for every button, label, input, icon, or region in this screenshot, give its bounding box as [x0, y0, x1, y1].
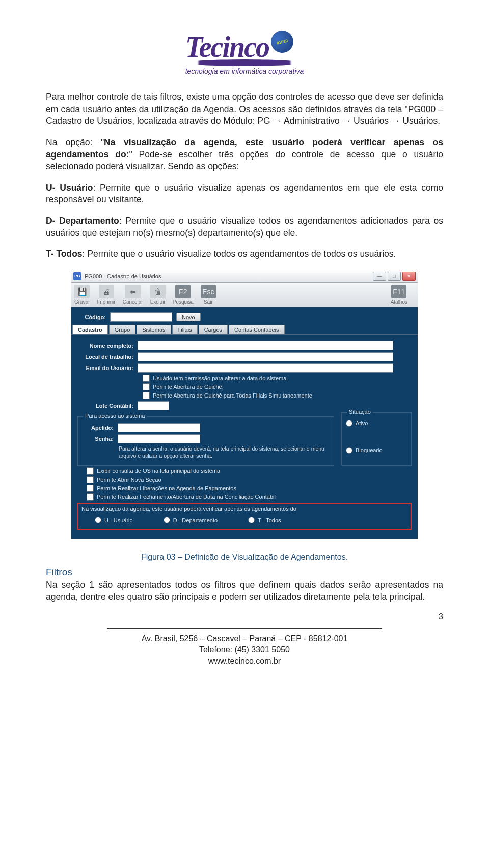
paragraph-option: Na opção: "Na visualização da agenda, es…: [46, 137, 443, 173]
radio-label: D - Departamento: [173, 517, 218, 523]
agenda-visualization-group: Na visualização da agenda, este usuário …: [77, 503, 412, 530]
checkbox-icon: [87, 485, 94, 492]
lote-input[interactable]: [138, 401, 169, 410]
tab-cargos[interactable]: Cargos: [199, 325, 228, 334]
exit-button[interactable]: Esc Sair: [201, 285, 216, 305]
search-label: Pesquisa: [173, 299, 194, 305]
apelido-label: Apelido:: [83, 425, 118, 431]
chk-label: Permite Abrir Nova Seção: [97, 477, 161, 483]
page-number: 3: [46, 612, 443, 621]
senha-note: Para alterar a senha, o usuário deverá, …: [119, 445, 329, 459]
opt-d-head: D- Departamento: [46, 216, 119, 226]
maximize-button[interactable]: □: [388, 272, 401, 281]
chk-fechamento[interactable]: Permite Realizar Fechamento/Abertura de …: [87, 493, 412, 501]
chk-nova-secao[interactable]: Permite Abrir Nova Seção: [87, 476, 412, 483]
toolbar: 💾 Gravar 🖨 Imprimir ⬅ Cancelar 🗑 Excluir…: [71, 283, 418, 307]
print-button[interactable]: 🖨 Imprimir: [97, 285, 116, 305]
lote-label: Lote Contábil:: [77, 403, 138, 409]
checkbox-icon: [87, 467, 94, 475]
apelido-input[interactable]: [118, 423, 200, 432]
tab-bar: Cadastro Grupo Sistemas Filiais Cargos C…: [71, 325, 418, 334]
filtros-paragraph: Na seção 1 são apresentados todos os fil…: [46, 579, 443, 603]
chk-label: Usuário tem permissão para alterar a dat…: [153, 375, 286, 381]
logo-brand-text: Tecinco: [185, 31, 269, 63]
radio-ativo[interactable]: Ativo: [346, 420, 407, 427]
f2-key-icon: F2: [175, 285, 191, 298]
chk-perm-data[interactable]: Usuário tem permissão para alterar a dat…: [143, 375, 412, 382]
toolbar-spacer: [223, 285, 391, 305]
save-icon: 💾: [74, 285, 90, 298]
radio-icon: [95, 517, 101, 523]
tab-sistemas[interactable]: Sistemas: [137, 325, 171, 334]
codigo-input[interactable]: [110, 312, 172, 322]
radio-label: T - Todos: [258, 517, 281, 523]
radio-d-departamento[interactable]: D - Departamento: [164, 517, 218, 523]
shortcuts-label: Atalhos: [391, 299, 408, 305]
shortcuts-button[interactable]: F11 Atalhos: [391, 285, 408, 305]
paragraph-d: D- Departamento: Permite que o usuário v…: [46, 215, 443, 239]
radio-icon: [346, 420, 352, 427]
chk-guiche[interactable]: Permite Abertura de Guichê.: [143, 383, 412, 390]
company-logo: Tecinco 01010 tecnologia em informática …: [46, 31, 443, 76]
minimize-button[interactable]: —: [373, 272, 386, 281]
senha-label: Senha:: [83, 436, 118, 442]
radio-label: Bloqueado: [356, 447, 383, 453]
page-footer: Av. Brasil, 5256 – Cascavel – Paraná – C…: [46, 633, 443, 666]
save-button[interactable]: 💾 Gravar: [74, 285, 90, 305]
tab-filiais[interactable]: Filiais: [172, 325, 198, 334]
globe-icon: 01010: [268, 28, 296, 56]
codigo-label: Código:: [75, 314, 110, 320]
opt-u-body: : Permite que o usuário visualize apenas…: [46, 182, 443, 205]
radio-t-todos[interactable]: T - Todos: [248, 517, 281, 523]
figure-caption: Figura 03 – Definição de Visualização de…: [46, 553, 443, 562]
paragraph-t: T- Todos: Permite que o usuário visualiz…: [46, 248, 443, 260]
footer-url: www.tecinco.com.br: [46, 655, 443, 667]
opt-t-head: T- Todos: [46, 249, 83, 259]
checkbox-icon: [87, 493, 94, 501]
nome-input[interactable]: [138, 341, 393, 350]
delete-label: Excluir: [150, 299, 166, 305]
print-icon: 🖨: [99, 285, 114, 298]
email-label: Email do Usuário:: [77, 365, 138, 371]
senha-input[interactable]: [118, 434, 200, 443]
footer-phone: Telefone: (45) 3301 5050: [46, 644, 443, 655]
radio-bloqueado[interactable]: Bloqueado: [346, 447, 407, 454]
footer-address: Av. Brasil, 5256 – Cascavel – Paraná – C…: [46, 633, 443, 644]
radio-label: U - Usuário: [104, 517, 133, 523]
tab-content: Nome completo: Local de trabalho: Email …: [71, 334, 418, 533]
radio-u-usuario[interactable]: U - Usuário: [95, 517, 133, 523]
cancel-button[interactable]: ⬅ Cancelar: [123, 285, 143, 305]
chk-liberacoes[interactable]: Permite Realizar Liberações na Agenda de…: [87, 485, 412, 492]
novo-button[interactable]: Novo: [176, 313, 201, 321]
checkbox-icon: [143, 383, 150, 390]
cancel-label: Cancelar: [123, 299, 143, 305]
window-title: PG000 - Cadastro de Usuários: [85, 273, 371, 279]
app-icon: PG: [73, 272, 82, 280]
situacao-legend: Situação: [347, 409, 373, 415]
tab-cadastro[interactable]: Cadastro: [72, 325, 108, 334]
paragraph-intro: Para melhor controle de tais filtros, ex…: [46, 91, 443, 127]
checkbox-icon: [143, 392, 150, 399]
situacao-fieldset: Situação Ativo Bloqueado: [341, 412, 412, 466]
chk-label: Permite Abertura de Guichê para Todas Fi…: [153, 392, 312, 399]
tab-contas[interactable]: Contas Contábeis: [229, 325, 284, 334]
form-area: Código: Novo Cadastro Grupo Sistemas Fil…: [71, 307, 418, 539]
radio-icon: [346, 447, 352, 454]
local-label: Local de trabalho:: [77, 354, 138, 360]
highlight-legend: Na visualização da agenda, este usuário …: [82, 506, 408, 512]
tab-grupo[interactable]: Grupo: [109, 325, 136, 334]
trash-icon: 🗑: [150, 285, 166, 298]
delete-button[interactable]: 🗑 Excluir: [150, 285, 166, 305]
chk-os-consulta[interactable]: Exibir consulta de OS na tela principal …: [87, 467, 412, 475]
back-arrow-icon: ⬅: [125, 285, 141, 298]
local-input[interactable]: [138, 352, 393, 361]
chk-guiche-filiais[interactable]: Permite Abertura de Guichê para Todas Fi…: [143, 392, 412, 399]
close-button[interactable]: ✕: [402, 272, 416, 281]
radio-icon: [248, 517, 255, 523]
search-button[interactable]: F2 Pesquisa: [173, 285, 194, 305]
footer-separator: [107, 628, 382, 629]
logo-tagline: tecnologia em informática corporativa: [185, 67, 304, 75]
email-input[interactable]: [138, 363, 393, 373]
chk-label: Permite Realizar Liberações na Agenda de…: [97, 485, 236, 491]
opt-u-head: U- Usuário: [46, 182, 93, 193]
